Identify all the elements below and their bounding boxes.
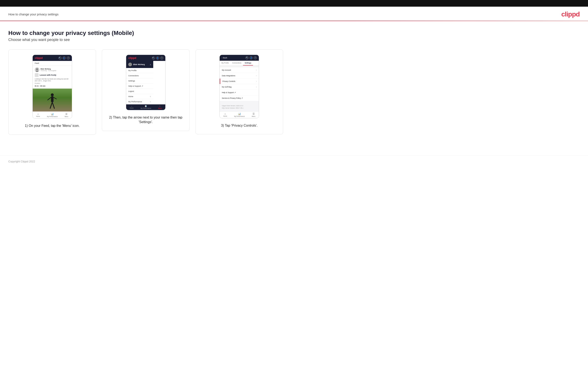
nav-performance-label: My Performance — [47, 116, 58, 117]
step-2-caption: 2) Then, tap the arrow next to your name… — [107, 115, 184, 125]
menu-item-logout: Logout — [126, 89, 153, 94]
feed-duration-label: Duration — [35, 83, 70, 84]
settings-item-integrations[interactable]: Data Integrations › — [220, 73, 259, 78]
settings-icon-2: ⚙ — [160, 57, 163, 59]
menu-item-settings: Settings — [126, 78, 153, 83]
menu-icon-3: ☰ — [252, 112, 255, 115]
svg-line-6 — [48, 97, 51, 100]
menu-performance-label: My Performance — [128, 101, 142, 103]
phone-1-header: clippd 🔍 👤 ⚙ — [33, 55, 72, 61]
nav3-home: ⌂ Home — [223, 112, 227, 117]
menu-user-row: Blair McHarg ∧ — [126, 61, 153, 68]
settings-integrations-label: Data Integrations — [222, 75, 235, 77]
feed-username: Blair McHarg — [41, 68, 56, 70]
nav3-home-label: Home — [223, 115, 227, 117]
feed-lesson-row: Lesson with Fordy — [35, 73, 70, 77]
feed-avatar — [35, 67, 39, 72]
settings-tabs: My Profile Connections Settings — [220, 61, 259, 66]
menu-section-home: Home ∨ — [126, 94, 153, 99]
search-icon-3: 🔍 — [245, 56, 248, 59]
back-label: Back — [223, 57, 227, 59]
performance-icon-2: 📊 — [145, 105, 147, 107]
feed-post: Blair McHarg Yesterday · Sunningdale Les… — [33, 66, 72, 89]
settings-privacy-label: Privacy Controls — [222, 80, 235, 82]
settings-item-account[interactable]: My Account › — [220, 67, 259, 73]
steps-container: clippd 🔍 👤 ⚙ Feed — [8, 50, 283, 135]
step-1-phone: clippd 🔍 👤 ⚙ Feed — [33, 55, 72, 118]
page-subheading: Choose what you want people to see — [8, 38, 283, 42]
tab-settings[interactable]: Settings — [243, 61, 253, 66]
step-1-card: clippd 🔍 👤 ⚙ Feed — [8, 50, 96, 135]
settings-icon-3: ⚙ — [254, 56, 257, 59]
settings-item-golfbag[interactable]: My Golf Bag › — [220, 84, 259, 90]
settings-icons: 🔍 👤 ⚙ — [245, 56, 257, 59]
clippd-logo: clippd — [561, 10, 580, 18]
nav-home: ⌂ Home — [36, 113, 40, 117]
svg-line-4 — [50, 102, 52, 108]
nav2-performance: 📊 My Performance — [140, 105, 151, 109]
tab-my-profile[interactable]: My Profile — [220, 61, 231, 66]
nav2-performance-label: My Performance — [140, 108, 151, 109]
settings-item-help[interactable]: Help & Support ↗ — [220, 90, 259, 95]
settings-icon: ⚙ — [67, 57, 70, 59]
settings-header: ‹ Back 🔍 👤 ⚙ — [220, 55, 259, 61]
svg-line-5 — [52, 102, 54, 108]
settings-item-privacy[interactable]: Privacy Controls › — [220, 79, 259, 84]
menu-home-label: Home — [128, 95, 133, 98]
home-icon: ⌂ — [37, 113, 39, 115]
nav-menu-label: Menu — [65, 116, 68, 117]
nav2-home: ⌂ Home — [130, 105, 134, 109]
settings-service-label: Service & Privacy Policy ↗ — [222, 97, 243, 99]
phone-1-bottom-nav: ⌂ Home 📊 My Performance ☰ Menu — [33, 111, 72, 118]
feed-image — [33, 89, 72, 111]
server-version: GQL Server Version: 2022.7.30-1 — [222, 107, 257, 109]
step-2-card: clippd 🔍 👤 ⚙ Blair McHarg — [102, 50, 190, 131]
menu-dropdown: Blair McHarg ∧ My Profile Connections Se… — [126, 61, 153, 104]
chevron-integrations: › — [256, 75, 257, 77]
nav-home-label: Home — [36, 116, 40, 117]
step-1-caption: 1) On your Feed, tap the 'Menu' icon. — [25, 124, 79, 128]
step-3-card: ‹ Back 🔍 👤 ⚙ My Profile Connections Sett… — [196, 50, 283, 134]
nav3-performance-label: My Performance — [234, 116, 245, 117]
phone-1-logo: clippd — [35, 56, 43, 59]
svg-point-1 — [35, 71, 39, 72]
search-icon-2: 🔍 — [152, 57, 155, 59]
menu-item-help: Help & Support ↗ — [126, 83, 153, 89]
tab-connections[interactable]: Connections — [231, 61, 243, 66]
phone-2-header: clippd 🔍 👤 ⚙ — [126, 55, 165, 61]
header-divider — [0, 21, 588, 21]
home-icon-3: ⌂ — [225, 112, 226, 115]
close-icon-2: ✕ — [159, 105, 161, 107]
svg-point-0 — [36, 68, 38, 70]
lesson-icon — [35, 73, 39, 77]
user-icon-2: 👤 — [156, 57, 159, 59]
settings-help-label: Help & Support ↗ — [222, 92, 236, 93]
menu-chevron-up: ∧ — [150, 63, 151, 66]
chevron-right-perf: ∨ — [150, 101, 151, 103]
back-chevron: ‹ — [222, 57, 222, 59]
performance-icon-3: 📊 — [238, 112, 241, 115]
lesson-title: Lesson with Fordy — [40, 74, 56, 76]
nav2-home-label: Home — [130, 107, 134, 109]
nav3-menu-label: Menu — [252, 116, 255, 117]
phone-2-logo: clippd — [128, 56, 136, 59]
menu-icon: ☰ — [65, 113, 68, 115]
copyright: Copyright Clippd 2022 — [8, 160, 35, 163]
settings-version: Clippd Client Version: 2022.8.3-3 GQL Se… — [220, 103, 259, 111]
phone-1-icons: 🔍 👤 ⚙ — [59, 57, 70, 59]
user-icon: 👤 — [63, 57, 66, 59]
chevron-golfbag: › — [256, 86, 257, 88]
menu-user-name: Blair McHarg — [133, 63, 145, 66]
back-button: ‹ Back — [222, 57, 227, 59]
top-bar — [0, 0, 588, 7]
home-icon-2: ⌂ — [131, 105, 132, 107]
nav-performance: 📊 My Performance — [47, 113, 58, 117]
svg-line-7 — [53, 97, 56, 99]
svg-rect-3 — [51, 96, 53, 102]
menu-item-connections: Connections — [126, 73, 153, 78]
chevron-right-home: ∨ — [150, 95, 151, 98]
chevron-account: › — [256, 69, 257, 71]
phone-2-icons: 🔍 👤 ⚙ — [152, 57, 163, 59]
settings-item-service[interactable]: Service & Privacy Policy ↗ — [220, 95, 259, 101]
nav2-menu-label: Menu — [158, 108, 162, 109]
